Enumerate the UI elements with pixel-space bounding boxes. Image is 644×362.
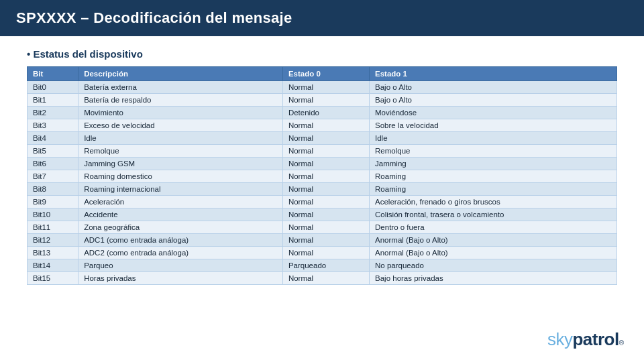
table-cell-col0: Bit14 <box>28 259 78 272</box>
table-cell-col2: Normal <box>282 234 369 247</box>
logo-patrol: patrol <box>572 329 619 350</box>
table-cell-col0: Bit8 <box>28 183 78 196</box>
table-cell-col0: Bit0 <box>28 81 78 94</box>
table-cell-col3: Bajo o Alto <box>370 81 617 94</box>
table-cell-col3: Bajo o Alto <box>370 94 617 107</box>
page-title: SPXXXX – Decodificación del mensaje <box>16 9 292 26</box>
table-cell-col2: Normal <box>282 196 369 208</box>
table-cell-col0: Bit3 <box>28 119 78 132</box>
table-cell-col3: Roaming <box>370 170 617 183</box>
main-content: Estatus del dispositivo Bit Descripción … <box>0 36 644 292</box>
table-cell-col3: Sobre la velocidad <box>370 119 617 132</box>
table-cell-col3: No parqueado <box>370 259 617 272</box>
table-cell-col1: Zona geográfica <box>78 221 283 234</box>
table-row: Bit12ADC1 (como entrada análoga)NormalAn… <box>28 234 617 247</box>
message-decode-table: Bit Descripción Estado 0 Estado 1 Bit0Ba… <box>27 66 617 285</box>
table-cell-col1: Batería de respaldo <box>78 94 283 107</box>
table-cell-col0: Bit13 <box>28 247 78 259</box>
table-cell-col1: ADC2 (como entrada análoga) <box>78 247 283 259</box>
table-row: Bit3Exceso de velocidadNormalSobre la ve… <box>28 119 617 132</box>
table-row: Bit11Zona geográficaNormalDentro o fuera <box>28 221 617 234</box>
table-cell-col0: Bit12 <box>28 234 78 247</box>
table-body: Bit0Batería externaNormalBajo o AltoBit1… <box>28 81 617 285</box>
table-cell-col1: Exceso de velocidad <box>78 119 283 132</box>
table-cell-col2: Normal <box>282 183 369 196</box>
table-cell-col3: Colisión frontal, trasera o volcamiento <box>370 208 617 221</box>
table-cell-col2: Normal <box>282 132 369 145</box>
table-cell-col1: Jamming GSM <box>78 158 283 170</box>
table-cell-col2: Parqueado <box>282 259 369 272</box>
table-cell-col0: Bit11 <box>28 221 78 234</box>
table-cell-col1: Roaming internacional <box>78 183 283 196</box>
col-bit: Bit <box>28 67 78 81</box>
table-cell-col2: Normal <box>282 272 369 285</box>
section-title: Estatus del dispositivo <box>27 48 617 60</box>
table-cell-col3: Roaming <box>370 183 617 196</box>
table-cell-col0: Bit10 <box>28 208 78 221</box>
table-row: Bit10AccidenteNormalColisión frontal, tr… <box>28 208 617 221</box>
table-cell-col0: Bit9 <box>28 196 78 208</box>
page-header: SPXXXX – Decodificación del mensaje <box>0 0 644 36</box>
table-cell-col2: Normal <box>282 94 369 107</box>
table-row: Bit1Batería de respaldoNormalBajo o Alto <box>28 94 617 107</box>
table-row: Bit4IdleNormalIdle <box>28 132 617 145</box>
table-cell-col3: Anormal (Bajo o Alto) <box>370 234 617 247</box>
table-row: Bit5RemolqueNormalRemolque <box>28 145 617 158</box>
table-header-row: Bit Descripción Estado 0 Estado 1 <box>28 67 617 81</box>
table-cell-col1: Accidente <box>78 208 283 221</box>
table-cell-col3: Aceleración, frenado o giros bruscos <box>370 196 617 208</box>
col-estado0: Estado 0 <box>282 67 369 81</box>
table-cell-col1: Horas privadas <box>78 272 283 285</box>
table-cell-col3: Dentro o fuera <box>370 221 617 234</box>
table-cell-col0: Bit5 <box>28 145 78 158</box>
table-cell-col0: Bit15 <box>28 272 78 285</box>
table-cell-col2: Normal <box>282 158 369 170</box>
table-cell-col1: Idle <box>78 132 283 145</box>
table-row: Bit6Jamming GSMNormalJamming <box>28 158 617 170</box>
col-estado1: Estado 1 <box>370 67 617 81</box>
table-cell-col0: Bit6 <box>28 158 78 170</box>
table-cell-col1: Roaming domestico <box>78 170 283 183</box>
table-cell-col3: Anormal (Bajo o Alto) <box>370 247 617 259</box>
table-row: Bit2MovimientoDetenidoMoviéndose <box>28 107 617 119</box>
logo-sky: sky <box>547 329 573 350</box>
table-row: Bit8Roaming internacionalNormalRoaming <box>28 183 617 196</box>
table-cell-col0: Bit1 <box>28 94 78 107</box>
brand-logo: skypatrol® <box>547 329 624 350</box>
table-cell-col2: Normal <box>282 145 369 158</box>
table-cell-col1: ADC1 (como entrada análoga) <box>78 234 283 247</box>
table-row: Bit13ADC2 (como entrada análoga)NormalAn… <box>28 247 617 259</box>
table-cell-col1: Remolque <box>78 145 283 158</box>
table-cell-col1: Parqueo <box>78 259 283 272</box>
table-cell-col3: Moviéndose <box>370 107 617 119</box>
table-row: Bit9AceleraciónNormalAceleración, frenad… <box>28 196 617 208</box>
table-cell-col0: Bit4 <box>28 132 78 145</box>
table-cell-col3: Idle <box>370 132 617 145</box>
table-row: Bit0Batería externaNormalBajo o Alto <box>28 81 617 94</box>
table-cell-col3: Jamming <box>370 158 617 170</box>
table-cell-col2: Detenido <box>282 107 369 119</box>
table-cell-col2: Normal <box>282 221 369 234</box>
table-cell-col1: Batería externa <box>78 81 283 94</box>
col-descripcion: Descripción <box>78 67 283 81</box>
table-row: Bit7Roaming domesticoNormalRoaming <box>28 170 617 183</box>
table-cell-col1: Aceleración <box>78 196 283 208</box>
table-cell-col2: Normal <box>282 170 369 183</box>
logo-reg: ® <box>619 339 624 347</box>
table-row: Bit14ParqueoParqueadoNo parqueado <box>28 259 617 272</box>
table-cell-col0: Bit2 <box>28 107 78 119</box>
table-cell-col2: Normal <box>282 247 369 259</box>
table-row: Bit15Horas privadasNormalBajo horas priv… <box>28 272 617 285</box>
table-cell-col2: Normal <box>282 81 369 94</box>
table-cell-col1: Movimiento <box>78 107 283 119</box>
table-cell-col0: Bit7 <box>28 170 78 183</box>
table-cell-col2: Normal <box>282 119 369 132</box>
table-cell-col2: Normal <box>282 208 369 221</box>
table-cell-col3: Bajo horas privadas <box>370 272 617 285</box>
table-cell-col3: Remolque <box>370 145 617 158</box>
